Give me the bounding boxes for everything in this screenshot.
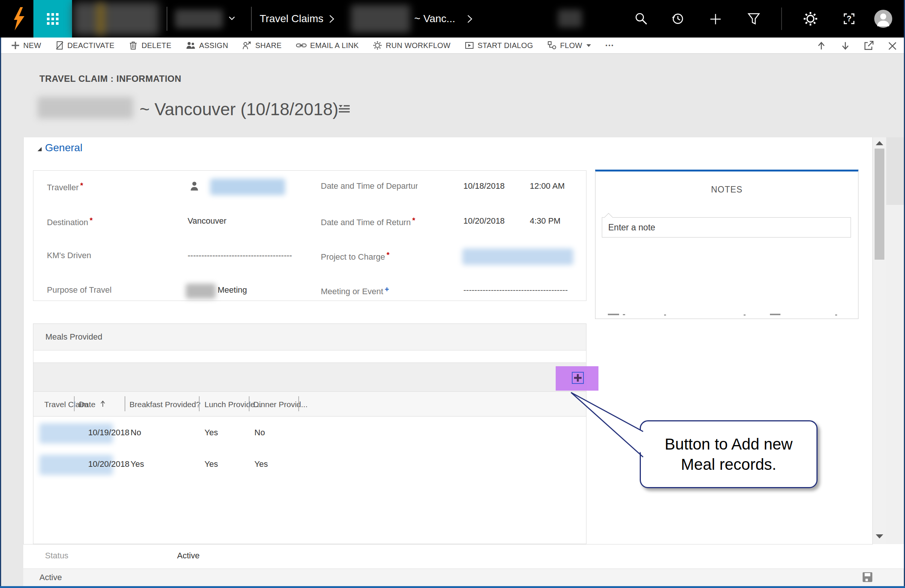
status-separator [23, 544, 873, 545]
assign-button[interactable]: ASSIGN [186, 41, 228, 50]
scroll-up-arrow[interactable] [876, 141, 883, 145]
col-header-breakfast[interactable]: Breakfast Provided? [129, 400, 200, 409]
search-icon[interactable] [635, 13, 648, 25]
breadcrumb-record-redacted [351, 5, 410, 33]
app-launcher-button[interactable] [33, 0, 72, 38]
table-row-1-date[interactable]: 10/19/2018 [88, 428, 129, 437]
record-down-button[interactable] [840, 41, 850, 51]
record-up-button[interactable] [816, 41, 826, 51]
svg-text:?: ? [847, 14, 852, 23]
save-icon[interactable] [862, 572, 873, 582]
return-date-value[interactable]: 10/20/2018 [464, 216, 505, 226]
topbar-divider [251, 7, 252, 31]
right-margin [886, 137, 904, 205]
col-header-date[interactable]: Date [79, 400, 95, 409]
table-row-1-dinner[interactable]: No [254, 428, 265, 437]
meals-subgrid-toolbar [33, 362, 586, 392]
clipped-text-sliver [744, 315, 746, 316]
email-link-button[interactable]: EMAIL A LINK [296, 41, 359, 50]
destination-value[interactable]: Vancouver [187, 216, 227, 226]
recent-history-icon[interactable] [671, 13, 684, 25]
status-value: Active [177, 551, 200, 561]
run-workflow-button[interactable]: RUN WORKFLOW [373, 41, 450, 50]
breadcrumb-chevron-icon [329, 15, 334, 23]
table-row-2-lunch[interactable]: Yes [205, 459, 218, 469]
add-meal-record-button[interactable] [572, 372, 584, 384]
flow-caret-icon [586, 44, 591, 47]
more-commands-button[interactable]: ••• [606, 42, 614, 48]
quick-create-plus-icon[interactable] [710, 14, 721, 25]
km-driven-empty-value[interactable]: -------------------------------------- [187, 251, 292, 261]
sort-ascending-icon [100, 400, 106, 407]
card-left-border [23, 137, 24, 544]
close-button[interactable] [888, 41, 897, 51]
departure-label: Date and Time of Departure [321, 181, 418, 191]
purpose-value-redacted[interactable] [186, 284, 216, 299]
purpose-value-suffix[interactable]: Meeting [218, 285, 247, 295]
destination-label: Destination* [47, 216, 93, 227]
topbar-divider [781, 8, 782, 30]
notes-tab[interactable]: NOTES [595, 184, 859, 195]
flow-button[interactable]: FLOW [548, 41, 591, 50]
column-separator [298, 396, 299, 411]
email-link-label: EMAIL A LINK [310, 41, 359, 50]
table-row-2-dinner[interactable]: Yes [254, 459, 268, 469]
table-row-1-lunch[interactable]: Yes [205, 428, 218, 437]
note-input[interactable]: Enter a note [602, 217, 851, 238]
col-header-dinner[interactable]: Dinner Provid... [253, 400, 308, 409]
required-marker: * [90, 216, 93, 224]
person-icon [189, 181, 199, 191]
flow-label: FLOW [560, 41, 582, 50]
meals-column-header-row [33, 392, 586, 416]
breadcrumb-extra-redacted [558, 10, 582, 27]
record-name-redacted [38, 97, 133, 119]
return-label: Date and Time of Return* [321, 216, 415, 227]
start-dialog-button[interactable]: START DIALOG [465, 41, 533, 50]
right-margin [886, 205, 904, 544]
breadcrumb-entity-label: Travel Claims [260, 13, 324, 25]
org-chevron-down-icon[interactable] [229, 16, 235, 20]
deactivate-button[interactable]: DEACTIVATE [56, 41, 115, 50]
plus-icon [11, 41, 19, 49]
status-label: Status [45, 551, 68, 561]
scrollbar-thumb[interactable] [875, 149, 884, 260]
filter-funnel-icon[interactable] [748, 13, 760, 25]
table-row-1-breakfast[interactable]: No [130, 428, 141, 437]
org-name-redacted [175, 10, 223, 28]
departure-date-value[interactable]: 10/18/2018 [464, 181, 505, 191]
new-button[interactable]: NEW [11, 41, 41, 50]
meeting-event-empty-value[interactable]: -------------------------------------- [464, 285, 568, 295]
required-marker: * [412, 216, 415, 224]
delete-label: DELETE [141, 41, 171, 50]
new-label: NEW [23, 41, 41, 50]
settings-gear-icon[interactable] [804, 12, 817, 25]
form-header [0, 54, 905, 137]
pop-out-button[interactable] [864, 41, 874, 51]
table-row-2-breakfast[interactable]: Yes [130, 459, 144, 469]
table-row-2-date[interactable]: 10/20/2018 [88, 459, 129, 469]
org-logo-accent-redacted [97, 3, 104, 35]
departure-time-value[interactable]: 12:00 AM [530, 181, 565, 191]
project-value-redacted[interactable] [462, 248, 573, 265]
add-plus-icon [574, 374, 582, 382]
org-logo-redacted [73, 2, 159, 35]
run-workflow-label: RUN WORKFLOW [386, 41, 450, 50]
delete-button[interactable]: DELETE [129, 41, 171, 50]
meeting-event-label: Meeting or Event+ [321, 285, 389, 296]
clipped-text-sliver [770, 314, 780, 315]
breadcrumb-entity[interactable]: Travel Claims [260, 0, 324, 38]
avatar[interactable] [874, 10, 892, 28]
section-title-general[interactable]: General [45, 142, 83, 154]
breadcrumb-record[interactable]: ~ Vanc... [414, 0, 455, 38]
scroll-down-arrow[interactable] [876, 534, 883, 539]
record-set-navigator-icon[interactable] [338, 104, 351, 114]
col-header-lunch[interactable]: Lunch Provide... [205, 400, 262, 409]
callout-bubble: Button to Add new Meal records. [640, 420, 818, 488]
help-icon[interactable]: ? [843, 13, 856, 25]
clipped-text-sliver [623, 314, 625, 315]
return-time-value[interactable]: 4:30 PM [530, 216, 560, 226]
share-button[interactable]: SHARE [242, 41, 281, 50]
traveller-value-redacted[interactable] [210, 179, 285, 195]
people-icon [186, 41, 195, 50]
traveller-label: Traveller* [47, 181, 83, 192]
